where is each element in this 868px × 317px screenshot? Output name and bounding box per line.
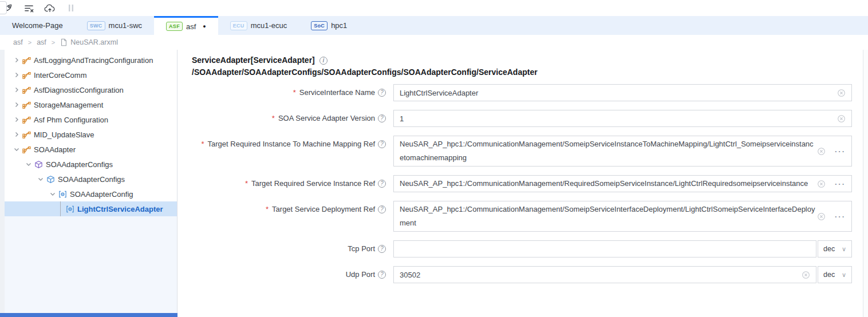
tree-item-soaadapterconfigs-1[interactable]: SOAAdapterConfigs <box>5 157 177 172</box>
tree-item-label: SOAAdapterConfigs <box>46 160 113 169</box>
soa-version-inputbox <box>393 110 852 127</box>
service-instance-ref-value[interactable]: NeuSAR_AP_hpc1:/CommunicationManagement/… <box>394 176 851 192</box>
ref-picker-icon[interactable]: ··· <box>835 212 846 221</box>
udp-port-input[interactable] <box>394 267 816 283</box>
chevron-right-icon[interactable] <box>12 116 21 124</box>
breadcrumb-file-name: NeuSAR.arxml <box>70 38 118 46</box>
app-window: Welcome-Page SWC mcu1-swc ASF asf ● ECU … <box>0 0 868 317</box>
udp-port-radix-select[interactable]: dec ∨ <box>818 266 852 283</box>
editor-tabbar: Welcome-Page SWC mcu1-swc ASF asf ● ECU … <box>0 16 868 35</box>
help-icon[interactable]: ? <box>378 271 386 279</box>
cube-icon <box>34 160 43 169</box>
clipped-panel-edge <box>0 1 7 14</box>
tcp-port-input[interactable] <box>394 241 816 257</box>
tab-asf[interactable]: ASF asf ● <box>154 16 218 35</box>
chevron-right-icon[interactable] <box>12 56 21 65</box>
help-icon[interactable]: ? <box>378 89 386 97</box>
tree-item-intercorecomm[interactable]: InterCoreComm <box>5 68 177 82</box>
info-icon[interactable]: i <box>319 57 328 65</box>
breadcrumb-segment[interactable]: asf <box>37 38 46 46</box>
tree-item-lightctrlserviceadapter[interactable]: LightCtrlServiceAdapter <box>5 201 177 216</box>
clear-icon[interactable] <box>817 180 826 188</box>
vertical-scrollbar[interactable] <box>863 50 868 317</box>
tree-item-soaadapterconfig[interactable]: SOAAdapterConfig <box>5 187 177 201</box>
tree-item-asfdiagnostic[interactable]: AsfDiagnosticConfiguration <box>5 82 177 97</box>
breadcrumb-file[interactable]: NeuSAR.arxml <box>60 38 118 46</box>
tcp-port-radix-select[interactable]: dec ∨ <box>818 240 852 257</box>
tab-welcome-page[interactable]: Welcome-Page <box>0 16 75 35</box>
clear-icon[interactable] <box>837 89 846 97</box>
help-icon[interactable]: ? <box>378 140 386 148</box>
field-label-text: Tcp Port <box>348 240 375 257</box>
chevron-down-icon[interactable] <box>48 190 57 199</box>
service-deployment-ref-inputbox: NeuSAR_AP_hpc1:/CommunicationManagement/… <box>393 201 852 232</box>
tree-item-mid-updateslave[interactable]: MID_UpdateSlave <box>5 127 177 142</box>
clear-icon[interactable] <box>817 147 826 156</box>
tab-mcu1-swc[interactable]: SWC mcu1-swc <box>75 16 154 35</box>
ref-picker-icon[interactable]: ··· <box>835 147 846 156</box>
chevron-right-icon[interactable] <box>12 101 21 109</box>
soa-version-input[interactable] <box>394 110 851 126</box>
config-tree: AsfLoggingAndTracingConfiguration InterC… <box>5 50 177 216</box>
clear-icon[interactable] <box>817 212 826 221</box>
clear-list-icon[interactable] <box>21 1 36 15</box>
chevron-right-icon[interactable] <box>12 86 21 94</box>
tree-item-asflogging[interactable]: AsfLoggingAndTracingConfiguration <box>5 53 177 68</box>
cloud-sync-icon[interactable] <box>42 1 57 15</box>
machine-mapping-ref-value[interactable]: NeuSAR_AP_hpc1:/CommunicationManagement/… <box>394 136 851 166</box>
chevron-down-icon[interactable] <box>12 145 21 154</box>
chevron-down-icon[interactable] <box>24 160 33 169</box>
tab-label: Welcome-Page <box>12 21 63 30</box>
field-row-tcp-port: Tcp Port ? dec ∨ <box>192 240 852 257</box>
detail-panel: ServiceAdapter[ServiceAdapter] i /SOAAda… <box>177 50 863 317</box>
serviceinterface-name-input[interactable] <box>394 85 851 101</box>
tree-item-label: StorageManagement <box>34 101 103 109</box>
tree-item-storagemanagement[interactable]: StorageManagement <box>5 97 177 112</box>
field-label: Udp Port ? <box>192 266 393 283</box>
field-label-text: Target Required Instance To Machine Mapp… <box>208 136 375 153</box>
tree-item-label: AsfLoggingAndTracingConfiguration <box>34 56 153 65</box>
service-deployment-ref-value[interactable]: NeuSAR_AP_hpc1:/CommunicationManagement/… <box>394 201 851 231</box>
help-icon[interactable]: ? <box>378 245 386 253</box>
service-instance-ref-inputbox: NeuSAR_AP_hpc1:/CommunicationManagement/… <box>393 175 852 192</box>
ref-picker-icon[interactable]: ··· <box>835 180 846 188</box>
tree-item-soaadapterconfigs-2[interactable]: SOAAdapterConfigs <box>5 172 177 187</box>
pause-icon[interactable] <box>64 1 78 15</box>
clear-icon[interactable] <box>802 271 810 279</box>
required-marker: * <box>293 84 296 101</box>
tree-item-label: SOAAdapter <box>34 145 76 154</box>
tree-item-asf-phm[interactable]: Asf Phm Configuration <box>5 112 177 127</box>
module-icon <box>22 101 31 109</box>
tab-hpc1[interactable]: SoC hpc1 <box>299 16 359 35</box>
field-row-serviceinterface-name: * ServiceInterface Name ? <box>192 84 852 101</box>
sidebar-hscrollbar-thumb[interactable] <box>0 313 177 317</box>
document-icon <box>60 38 68 46</box>
chevron-down-icon[interactable] <box>36 175 45 184</box>
breadcrumb-separator: > <box>52 39 55 46</box>
field-row-service-deployment-ref: * Target Service Deployment Ref ? NeuSAR… <box>192 201 852 232</box>
chevron-right-icon[interactable] <box>12 130 21 139</box>
module-icon <box>22 86 31 94</box>
module-icon <box>22 116 31 124</box>
help-icon[interactable]: ? <box>378 205 386 213</box>
clear-icon[interactable] <box>837 114 846 123</box>
tree-item-label: SOAAdapterConfigs <box>58 175 125 184</box>
tree-item-label: LightCtrlServiceAdapter <box>77 205 163 213</box>
dirty-indicator-icon: ● <box>203 24 206 29</box>
serviceinterface-name-inputbox <box>393 84 852 101</box>
module-icon <box>22 130 31 139</box>
tree-item-soaadapter[interactable]: SOAAdapter <box>5 142 177 157</box>
required-marker: * <box>245 175 248 192</box>
help-icon[interactable]: ? <box>378 180 386 188</box>
tcp-port-inputbox <box>393 240 816 257</box>
field-label: * Target Required Service Instance Ref ? <box>192 175 393 192</box>
help-icon[interactable]: ? <box>378 114 386 122</box>
chevron-right-icon[interactable] <box>12 71 21 80</box>
required-marker: * <box>202 136 204 153</box>
asf-badge: ASF <box>166 22 183 31</box>
field-label-text: SOA Service Adapter Version <box>278 110 375 127</box>
module-icon <box>22 145 31 154</box>
breadcrumb-segment[interactable]: asf <box>13 38 23 46</box>
detail-title: ServiceAdapter[ServiceAdapter] <box>192 54 315 66</box>
tab-mcu1-ecuc[interactable]: ECU mcu1-ecuc <box>218 16 299 35</box>
